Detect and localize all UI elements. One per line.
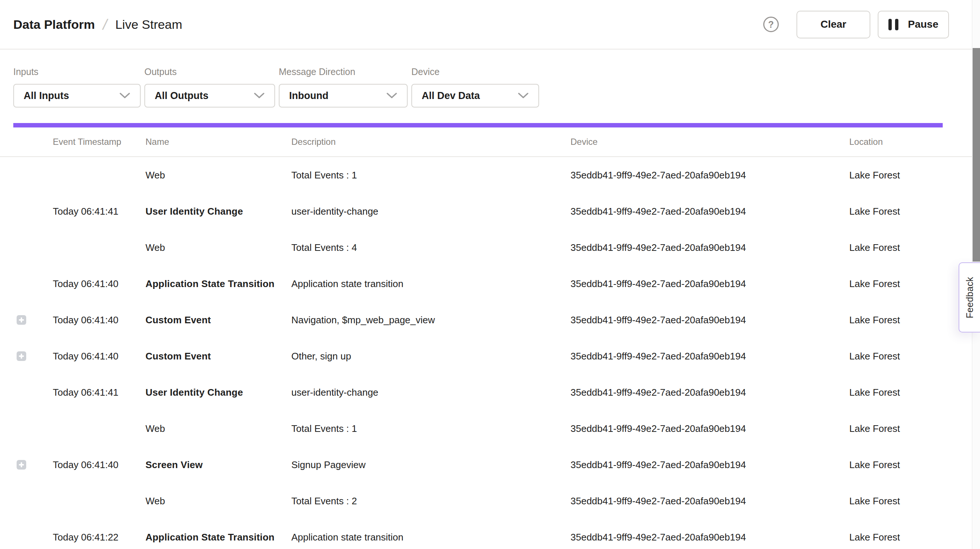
row-device: 35eddb41-9ff9-49e2-7aed-20afa90eb194	[571, 351, 746, 362]
row-description: Application state transition	[291, 531, 404, 543]
chevron-down-icon	[119, 93, 130, 99]
filter-label: Inputs	[13, 67, 141, 77]
row-device: 35eddb41-9ff9-49e2-7aed-20afa90eb194	[571, 459, 746, 471]
table-row[interactable]: Web Total Events : 2 35eddb41-9ff9-49e2-…	[0, 483, 980, 519]
question-mark-icon: ?	[768, 19, 773, 30]
filter-outputs: Outputs All Outputs	[145, 67, 275, 107]
page-title: Live Stream	[115, 18, 182, 32]
table-row[interactable]: Today 06:41:41 User Identity Change user…	[0, 193, 980, 230]
row-location: Lake Forest	[849, 387, 900, 398]
filter-inputs: Inputs All Inputs	[13, 67, 141, 107]
row-description: Signup Pageview	[291, 459, 366, 471]
chevron-down-icon	[254, 93, 265, 99]
table-row[interactable]: Today 06:41:40 Application State Transit…	[0, 266, 980, 302]
table-row[interactable]: Web Total Events : 1 35eddb41-9ff9-49e2-…	[0, 157, 980, 193]
pause-icon	[888, 19, 898, 30]
breadcrumb: Data Platform / Live Stream	[13, 16, 182, 33]
row-timestamp: Today 06:41:40	[53, 459, 119, 471]
row-location: Lake Forest	[849, 206, 900, 217]
filter-device: Device All Dev Data	[411, 67, 539, 107]
row-description: Total Events : 2	[291, 495, 357, 507]
device-select[interactable]: All Dev Data	[411, 84, 539, 107]
filter-message-direction: Message Direction Inbound	[279, 67, 408, 107]
filter-label: Message Direction	[279, 67, 408, 77]
row-device: 35eddb41-9ff9-49e2-7aed-20afa90eb194	[571, 169, 746, 181]
row-name: Custom Event	[145, 351, 211, 362]
row-description: Total Events : 1	[291, 169, 357, 181]
row-name: Application State Transition	[145, 531, 274, 543]
table-row[interactable]: Web Total Events : 4 35eddb41-9ff9-49e2-…	[0, 230, 980, 266]
row-description: Navigation, $mp_web_page_view	[291, 314, 435, 326]
table-row[interactable]: Today 06:41:41 User Identity Change user…	[0, 374, 980, 410]
row-name: User Identity Change	[145, 387, 243, 398]
filter-label: Outputs	[145, 67, 275, 77]
row-description: Other, sign up	[291, 351, 351, 362]
table-body: Web Total Events : 1 35eddb41-9ff9-49e2-…	[0, 157, 980, 549]
pause-button[interactable]: Pause	[878, 11, 949, 38]
inputs-select[interactable]: All Inputs	[13, 84, 141, 107]
table-row[interactable]: Web Total Events : 1 35eddb41-9ff9-49e2-…	[0, 410, 980, 447]
expand-row-button[interactable]	[17, 460, 26, 469]
table-row[interactable]: Today 06:41:40 Custom Event Other, sign …	[0, 338, 980, 374]
row-timestamp: Today 06:41:40	[53, 278, 119, 290]
row-device: 35eddb41-9ff9-49e2-7aed-20afa90eb194	[571, 531, 746, 543]
row-name: Web	[145, 423, 165, 434]
live-stream-table: Event Timestamp Name Description Device …	[0, 128, 980, 549]
row-timestamp: Today 06:41:40	[53, 314, 119, 326]
column-header-name: Name	[145, 137, 169, 147]
row-name: Web	[145, 495, 165, 507]
help-button[interactable]: ?	[763, 17, 779, 32]
chevron-down-icon	[386, 93, 397, 99]
row-timestamp: Today 06:41:40	[53, 351, 119, 362]
row-device: 35eddb41-9ff9-49e2-7aed-20afa90eb194	[571, 242, 746, 254]
feedback-tab[interactable]: Feedback	[959, 262, 980, 332]
row-description: user-identity-change	[291, 387, 379, 398]
row-description: Total Events : 1	[291, 423, 357, 434]
row-location: Lake Forest	[849, 242, 900, 254]
column-header-event-timestamp: Event Timestamp	[53, 137, 121, 147]
table-row[interactable]: Today 06:41:40 Custom Event Navigation, …	[0, 302, 980, 338]
row-name: Custom Event	[145, 314, 211, 326]
row-name: User Identity Change	[145, 206, 243, 217]
row-location: Lake Forest	[849, 169, 900, 181]
expand-row-button[interactable]	[17, 315, 26, 325]
breadcrumb-section[interactable]: Data Platform	[13, 18, 95, 32]
header-actions: ? Clear Pause	[763, 11, 949, 38]
row-description: user-identity-change	[291, 206, 379, 217]
table-row[interactable]: Today 06:41:40 Screen View Signup Pagevi…	[0, 447, 980, 483]
row-location: Lake Forest	[849, 314, 900, 326]
row-timestamp: Today 06:41:41	[53, 387, 119, 398]
row-device: 35eddb41-9ff9-49e2-7aed-20afa90eb194	[571, 314, 746, 326]
outputs-select[interactable]: All Outputs	[145, 84, 275, 107]
row-location: Lake Forest	[849, 459, 900, 471]
clear-button[interactable]: Clear	[797, 11, 870, 38]
row-location: Lake Forest	[849, 423, 900, 434]
row-name: Web	[145, 242, 165, 254]
row-device: 35eddb41-9ff9-49e2-7aed-20afa90eb194	[571, 387, 746, 398]
row-device: 35eddb41-9ff9-49e2-7aed-20afa90eb194	[571, 423, 746, 434]
scrollbar-thumb[interactable]	[973, 48, 980, 262]
message-direction-select[interactable]: Inbound	[279, 84, 408, 107]
row-description: Total Events : 4	[291, 242, 357, 254]
row-location: Lake Forest	[849, 495, 900, 507]
column-header-location: Location	[849, 137, 883, 147]
accent-bar	[13, 123, 943, 128]
row-location: Lake Forest	[849, 531, 900, 543]
row-name: Web	[145, 169, 165, 181]
column-header-description: Description	[291, 137, 336, 147]
chevron-down-icon	[518, 93, 529, 99]
filters-bar: Inputs All Inputs Outputs All Outputs Me…	[0, 49, 980, 107]
expand-row-button[interactable]	[17, 351, 26, 361]
row-device: 35eddb41-9ff9-49e2-7aed-20afa90eb194	[571, 278, 746, 290]
row-timestamp: Today 06:41:41	[53, 206, 119, 217]
row-location: Lake Forest	[849, 351, 900, 362]
row-location: Lake Forest	[849, 278, 900, 290]
row-name: Screen View	[145, 459, 203, 471]
row-device: 35eddb41-9ff9-49e2-7aed-20afa90eb194	[571, 206, 746, 217]
breadcrumb-separator: /	[101, 16, 109, 33]
table-header: Event Timestamp Name Description Device …	[0, 128, 972, 157]
row-device: 35eddb41-9ff9-49e2-7aed-20afa90eb194	[571, 495, 746, 507]
row-description: Application state transition	[291, 278, 404, 290]
row-timestamp: Today 06:41:22	[53, 531, 119, 543]
table-row[interactable]: Today 06:41:22 Application State Transit…	[0, 519, 980, 549]
